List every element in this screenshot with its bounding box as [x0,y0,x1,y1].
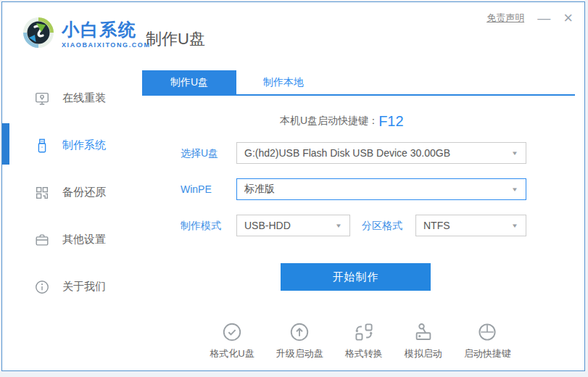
mouse-icon [476,321,498,343]
winpe-label: WinPE [181,178,212,200]
make-mode-label: 制作模式 [181,215,221,236]
partition-format-value: NTFS [423,220,450,231]
arrow-up-circle-icon [289,321,310,343]
tool-label: 模拟启动 [405,347,442,360]
chevron-down-icon: ▼ [511,223,518,229]
titlebar-controls: 免责声明 — × [486,11,573,25]
chevron-down-icon: ▼ [511,186,518,193]
make-mode-dropdown[interactable]: USB-HDD ▼ [236,215,350,236]
winpe-dropdown[interactable]: 标准版 ▼ [236,178,526,200]
tool-label: 格式化U盘 [210,347,254,360]
select-usb-label: 选择U盘 [181,142,218,164]
sidebar-item-online-reinstall[interactable]: 在线重装 [2,75,136,122]
convert-icon [353,321,375,343]
tab-underline [142,94,575,96]
info-circle-icon [34,279,50,295]
sidebar-item-label: 备份还原 [62,186,106,199]
app-logo-text: 小白系统 XIAOBAIXITONG.COM [62,21,151,49]
boot-hotkey-value: F12 [378,113,403,130]
disclaimer-link[interactable]: 免责声明 [486,12,524,25]
tool-format-convert[interactable]: 格式转换 [345,321,383,360]
briefcase-icon [34,232,50,248]
check-circle-icon [221,321,243,343]
tab-make-local[interactable]: 制作本地 [236,70,331,94]
joystick-icon [413,321,434,343]
minimize-icon[interactable]: — [537,11,550,25]
sidebar-item-about-us[interactable]: 关于我们 [2,263,136,310]
tab-make-usb[interactable]: 制作U盘 [142,70,236,94]
sidebar-item-label: 制作系统 [62,138,106,152]
winpe-value: 标准版 [244,183,275,196]
start-make-button[interactable]: 开始制作 [281,263,431,291]
sidebar: 在线重装 制作系统 备份还原 其他 [2,75,136,310]
sidebar-item-backup-restore[interactable]: 备份还原 [2,169,136,216]
app-window: 小白系统 XIAOBAIXITONG.COM 制作U盘 免责声明 — × 在线重… [1,1,585,371]
tool-label: 格式转换 [345,347,383,360]
sidebar-item-label: 在线重装 [62,91,106,105]
chevron-down-icon: ▼ [511,150,518,157]
page-title: 制作U盘 [146,28,205,50]
usb-device-dropdown[interactable]: G:(hd2)USB Flash Disk USB Device 30.00GB… [236,142,526,164]
partition-format-dropdown[interactable]: NTFS ▼ [415,215,526,236]
sidebar-item-other-settings[interactable]: 其他设置 [2,216,136,263]
usb-device-value: G:(hd2)USB Flash Disk USB Device 30.00GB [244,147,450,159]
tool-label: 启动快捷键 [464,347,511,360]
make-mode-value: USB-HDD [244,220,291,231]
boot-hotkey-line: 本机U盘启动快捷键： F12 [280,111,404,131]
partition-format-label: 分区格式 [362,215,402,236]
footer-toolbar: 格式化U盘 升级启动盘 格式转换 [136,321,584,360]
close-icon[interactable]: × [563,11,573,25]
usb-drive-icon [34,138,50,154]
sidebar-item-label: 关于我们 [62,280,106,294]
tool-label: 升级启动盘 [276,347,323,360]
app-logo-icon [21,15,56,50]
tool-format-usb[interactable]: 格式化U盘 [210,321,254,360]
sidebar-item-make-system[interactable]: 制作系统 [2,122,136,169]
backup-grid-icon [34,185,50,201]
tool-boot-hotkey[interactable]: 启动快捷键 [464,321,511,360]
app-logo-domain: XIAOBAIXITONG.COM [62,41,151,49]
tool-upgrade-boot-disk[interactable]: 升级启动盘 [276,321,323,360]
sidebar-item-label: 其他设置 [62,233,106,246]
chevron-down-icon: ▼ [335,223,342,229]
app-logo-name: 小白系统 [62,21,151,38]
boot-hotkey-label: 本机U盘启动快捷键： [280,115,378,128]
tool-simulate-boot[interactable]: 模拟启动 [405,321,442,360]
monitor-icon [34,91,50,107]
